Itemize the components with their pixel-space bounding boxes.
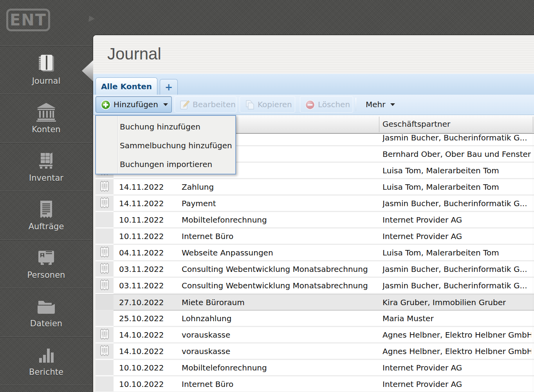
table-row[interactable]: 10.10.2022Internet BüroInternet Provider… bbox=[96, 376, 534, 392]
table-row[interactable]: 14.11.2022ZahlungLuisa Tom, Malerarbeite… bbox=[96, 179, 534, 196]
add-button[interactable]: Hinzufügen bbox=[96, 96, 172, 113]
row-description: Lohnzahlung bbox=[182, 314, 231, 323]
journal-panel: Journal Alle Konten+ HinzufügenBearbeite… bbox=[92, 34, 534, 392]
more-button[interactable]: Mehr bbox=[361, 96, 397, 113]
tab-new[interactable]: + bbox=[160, 79, 178, 95]
row-date: 10.10.2022 bbox=[119, 379, 164, 389]
column-edge-line bbox=[533, 295, 533, 311]
sidebar-item-auftraege[interactable]: Aufträge bbox=[0, 191, 92, 239]
row-attachment-cell bbox=[96, 311, 114, 327]
row-date: 03.11.2022 bbox=[119, 281, 164, 290]
receipt-icon bbox=[99, 180, 110, 194]
row-partner: Agnes Helbner, Elektro Helbner GmbH bbox=[382, 330, 531, 340]
table-row[interactable]: 04.11.2022Webseite AnpassungenLuisa Tom,… bbox=[96, 245, 534, 261]
receipt-icon bbox=[99, 197, 110, 210]
bar-chart-icon bbox=[35, 345, 57, 365]
row-partner: Maria Muster bbox=[382, 314, 434, 323]
row-partner: Internet Provider AG bbox=[382, 363, 462, 372]
receipt-icon bbox=[99, 279, 110, 292]
table-row[interactable]: 14.10.2022vorauskasseAgnes Helbner, Elek… bbox=[96, 343, 534, 360]
row-description: Internet Büro bbox=[182, 379, 233, 389]
row-partner: Jasmin Bucher, Bucherinformatik G... bbox=[382, 199, 527, 208]
row-attachment-cell bbox=[96, 228, 114, 245]
row-partner: Luisa Tom, Malerarbeiten Tom bbox=[382, 248, 499, 257]
table-row[interactable]: 10.10.2022MobiltelefonrechnungInternet P… bbox=[96, 360, 534, 376]
row-attachment-cell bbox=[96, 376, 114, 392]
receipt-icon bbox=[99, 246, 110, 259]
delete-icon bbox=[305, 100, 314, 109]
table-row[interactable]: 03.11.2022Consulting Webentwicklung Mona… bbox=[96, 278, 534, 294]
column-edge-line bbox=[533, 360, 533, 376]
app-logo: ENT bbox=[0, 0, 92, 45]
menu-item-sammelbuchung-hinzufuegen[interactable]: Sammelbuchung hinzufügen bbox=[120, 136, 233, 155]
sidebar-item-berichte[interactable]: Berichte bbox=[0, 336, 92, 385]
sidebar-item-label: Konten bbox=[0, 125, 92, 134]
row-partner: Internet Provider AG bbox=[382, 215, 462, 225]
row-attachment-cell bbox=[96, 196, 114, 212]
row-description: Mobiltelefonrechnung bbox=[182, 215, 267, 225]
toolbar-button-label: Löschen bbox=[318, 100, 350, 109]
tab-label: Alle Konten bbox=[101, 82, 152, 91]
row-description: Webseite Anpassungen bbox=[182, 248, 273, 257]
row-attachment-cell bbox=[96, 212, 114, 228]
pallet-icon bbox=[35, 151, 57, 171]
column-separator[interactable] bbox=[379, 117, 379, 132]
table-row[interactable]: 10.11.2022MobiltelefonrechnungInternet P… bbox=[96, 212, 534, 228]
menu-item-buchungen-importieren[interactable]: Buchungen importieren bbox=[120, 155, 233, 174]
edit-pencil-icon bbox=[180, 100, 189, 109]
row-description: Consulting Webentwicklung Monatsabrechnu… bbox=[182, 264, 368, 274]
table-row[interactable]: 27.10.2022Miete BüroraumKira Gruber, Imm… bbox=[96, 294, 534, 311]
copy-button: Kopieren bbox=[240, 96, 295, 113]
row-description: vorauskasse bbox=[182, 330, 230, 340]
row-partner: Internet Provider AG bbox=[382, 232, 462, 241]
row-date: 04.11.2022 bbox=[119, 248, 164, 257]
column-edge-line bbox=[533, 327, 533, 343]
row-description: Zahlung bbox=[182, 182, 214, 192]
sidebar-next-item-sliver bbox=[0, 385, 92, 392]
row-description: Internet Büro bbox=[182, 232, 233, 241]
row-partner: Internet Provider AG bbox=[382, 379, 462, 389]
folder-icon bbox=[35, 296, 57, 316]
sidebar-item-label: Dateien bbox=[0, 319, 92, 328]
menu-item-buchung-hinzufuegen[interactable]: Buchung hinzufügen bbox=[120, 117, 233, 136]
receipt-icon bbox=[99, 263, 110, 276]
sidebar-item-label: Aufträge bbox=[0, 222, 92, 231]
row-attachment-cell bbox=[96, 179, 114, 196]
row-description: Payment bbox=[182, 199, 216, 208]
order-receipt-icon bbox=[35, 199, 57, 219]
column-separator[interactable] bbox=[533, 117, 533, 132]
table-row[interactable]: 03.11.2022Consulting Webentwicklung Mona… bbox=[96, 261, 534, 278]
sidebar-item-label: Journal bbox=[0, 76, 92, 86]
tab-label: + bbox=[165, 82, 173, 93]
row-partner: Agnes Helbner, Elektro Helbner GmbH bbox=[382, 347, 531, 356]
sidebar-item-inventar[interactable]: Inventar bbox=[0, 142, 92, 191]
table-row[interactable]: 14.11.2022PaymentJasmin Bucher, Bucherin… bbox=[96, 196, 534, 212]
sidebar-item-dateien[interactable]: Dateien bbox=[0, 288, 92, 336]
sidebar-item-journal[interactable]: Journal bbox=[0, 45, 92, 94]
row-date: 14.10.2022 bbox=[119, 330, 164, 340]
row-date: 10.11.2022 bbox=[119, 232, 164, 241]
column-edge-line bbox=[533, 146, 533, 163]
panel-header: Journal bbox=[93, 35, 534, 74]
table-row[interactable]: 25.10.2022LohnzahlungMaria Muster bbox=[96, 311, 534, 327]
column-edge-line bbox=[533, 212, 533, 228]
sidebar-item-personen[interactable]: Personen bbox=[0, 239, 92, 288]
toolbar-button-label: Kopieren bbox=[258, 100, 292, 109]
menu-icon-gutter bbox=[96, 116, 118, 174]
tab-alle-konten[interactable]: Alle Konten bbox=[96, 77, 157, 95]
copy-icon bbox=[245, 100, 254, 109]
row-attachment-cell bbox=[96, 343, 114, 360]
table-row[interactable]: 10.11.2022Internet BüroInternet Provider… bbox=[96, 228, 534, 245]
row-date: 14.11.2022 bbox=[119, 199, 164, 208]
toolbar-separator bbox=[355, 98, 356, 111]
delete-button: Löschen bbox=[300, 96, 353, 113]
receipt-icon bbox=[99, 328, 110, 342]
row-date: 03.11.2022 bbox=[119, 264, 164, 274]
sidebar-item-konten[interactable]: Konten bbox=[0, 94, 92, 142]
column-header-geschaeftspartner[interactable]: Geschäftspartner bbox=[382, 119, 450, 129]
table-row[interactable]: 14.10.2022vorauskasseAgnes Helbner, Elek… bbox=[96, 327, 534, 343]
column-edge-line bbox=[533, 245, 533, 261]
chevron-down-icon bbox=[390, 103, 395, 106]
toolbar: HinzufügenBearbeitenKopierenLöschenMehr bbox=[93, 95, 534, 115]
column-edge-line bbox=[533, 228, 533, 245]
